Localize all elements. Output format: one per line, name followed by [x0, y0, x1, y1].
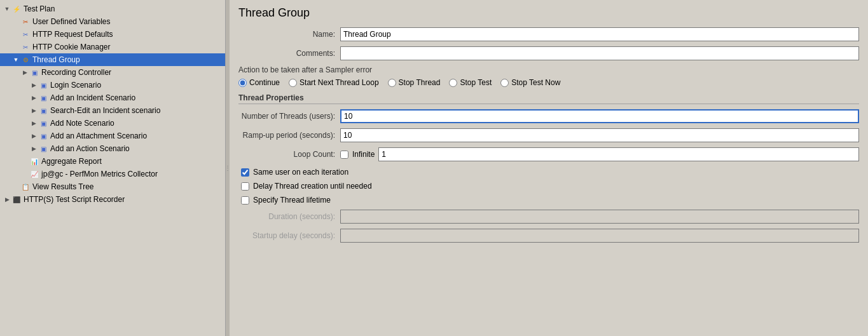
panel-title: Thread Group: [238, 6, 859, 20]
sidebar-item-cookie-mgr[interactable]: ✂ HTTP Cookie Manager: [0, 41, 225, 53]
searchedit-icon: ▣: [38, 105, 48, 116]
radio-continue-label[interactable]: Continue: [249, 78, 280, 87]
sidebar-item-test-script[interactable]: ▶ ⬛ HTTP(S) Test Script Recorder: [0, 193, 225, 206]
sidebar-item-user-vars[interactable]: ✂ User Defined Variables: [0, 15, 225, 28]
radio-stop-test-label[interactable]: Stop Test: [460, 78, 492, 87]
sidebar-item-label: Test Plan: [24, 4, 55, 13]
ramp-up-input[interactable]: [340, 128, 859, 142]
radio-group: Continue Start Next Thread Loop Stop Thr…: [238, 78, 859, 87]
num-threads-label: Number of Threads (users):: [238, 112, 340, 121]
sidebar-item-label: Search-Edit an Incident scenario: [50, 106, 160, 115]
sidebar-item-label: HTTP(S) Test Script Recorder: [24, 195, 125, 204]
addnote-icon: ▣: [38, 118, 48, 128]
reccontroller-icon: ▣: [29, 67, 39, 77]
sidebar-item-search-edit[interactable]: ▶ ▣ Search-Edit an Incident scenario: [0, 104, 225, 117]
radio-continue[interactable]: Continue: [238, 78, 280, 87]
threadgroup-icon: ⚙: [20, 55, 31, 65]
loop-count-input[interactable]: [378, 147, 859, 161]
addaction-icon: ▣: [38, 144, 48, 154]
specify-lifetime-checkbox[interactable]: [241, 196, 249, 205]
startup-delay-label: Startup delay (seconds):: [238, 231, 340, 240]
same-user-row: Same user on each iteration: [238, 168, 859, 177]
duration-input[interactable]: [340, 210, 859, 224]
delay-thread-row: Delay Thread creation until needed: [238, 182, 859, 191]
login-icon: ▣: [38, 80, 48, 90]
delay-thread-checkbox[interactable]: [241, 182, 249, 191]
httpdefaults-icon: ✂: [20, 29, 31, 39]
thread-props-label: Thread Properties: [238, 93, 859, 104]
num-threads-input[interactable]: [340, 109, 859, 123]
radio-stop-test-now-label[interactable]: Stop Test Now: [511, 78, 560, 87]
sidebar-item-rec-controller[interactable]: ▶ ▣ Recording Controller: [0, 66, 225, 79]
sidebar-item-thread-group[interactable]: ▼ ⚙ Thread Group: [0, 53, 225, 66]
aggreport-icon: 📊: [29, 156, 39, 166]
radio-start-next[interactable]: Start Next Thread Loop: [289, 78, 379, 87]
chevron-search-edit: ▶: [29, 107, 38, 114]
specify-lifetime-row: Specify Thread lifetime: [238, 196, 859, 205]
sidebar-item-label: Login Scenario: [50, 81, 101, 90]
sidebar: ▼ ⚡ Test Plan ✂ User Defined Variables ✂…: [0, 0, 226, 336]
main-panel: Thread Group Name: Comments: Action to b…: [230, 0, 868, 336]
thread-props-section: Thread Properties Number of Threads (use…: [238, 93, 859, 161]
sidebar-item-label: View Results Tree: [32, 182, 94, 191]
action-section: Action to be taken after a Sampler error…: [238, 65, 859, 87]
sidebar-item-http-defaults[interactable]: ✂ HTTP Request Defaults: [0, 28, 225, 41]
sidebar-item-test-plan[interactable]: ▼ ⚡ Test Plan: [0, 3, 225, 15]
chevron-add-action: ▶: [29, 145, 38, 152]
radio-stop-test-now[interactable]: Stop Test Now: [500, 78, 560, 87]
sidebar-item-label: Aggregate Report: [41, 157, 102, 166]
addattachment-icon: ▣: [38, 131, 48, 141]
name-row: Name:: [238, 27, 859, 41]
ramp-up-label: Ramp-up period (seconds):: [238, 131, 340, 140]
sidebar-item-login[interactable]: ▶ ▣ Login Scenario: [0, 79, 225, 91]
sidebar-item-add-attachment[interactable]: ▶ ▣ Add an Attachment Scenario: [0, 130, 225, 142]
infinite-group: Infinite: [340, 150, 375, 159]
sidebar-item-agg-report[interactable]: 📊 Aggregate Report: [0, 155, 225, 168]
loop-count-label: Loop Count:: [238, 150, 340, 159]
same-user-checkbox[interactable]: [241, 168, 249, 177]
uservars-icon: ✂: [20, 17, 31, 27]
viewresults-icon: 📋: [20, 182, 31, 192]
sidebar-item-label: Add Note Scenario: [50, 119, 114, 128]
sidebar-item-label: Add an Incident Scenario: [50, 93, 135, 102]
perfmon-icon: 📈: [29, 169, 39, 179]
sidebar-item-add-incident[interactable]: ▶ ▣ Add an Incident Scenario: [0, 91, 225, 104]
loop-count-row: Loop Count: Infinite: [238, 147, 859, 161]
sidebar-item-add-note[interactable]: ▶ ▣ Add Note Scenario: [0, 117, 225, 130]
sidebar-item-label: User Defined Variables: [32, 17, 111, 26]
radio-stop-test[interactable]: Stop Test: [449, 78, 492, 87]
action-label: Action to be taken after a Sampler error: [238, 65, 859, 74]
specify-lifetime-label[interactable]: Specify Thread lifetime: [253, 196, 331, 205]
name-input[interactable]: [340, 27, 859, 41]
startup-delay-input[interactable]: [340, 229, 859, 243]
sidebar-item-label: Add an Attachment Scenario: [50, 131, 147, 140]
chevron-thread-group: ▼: [11, 57, 20, 63]
testplan-icon: ⚡: [11, 4, 22, 14]
num-threads-row: Number of Threads (users):: [238, 109, 859, 123]
sidebar-item-jpgc[interactable]: 📈 jp@gc - PerfMon Metrics Collector: [0, 168, 225, 180]
comments-label: Comments:: [238, 49, 340, 58]
radio-stop-thread[interactable]: Stop Thread: [388, 78, 441, 87]
same-user-label[interactable]: Same user on each iteration: [253, 168, 348, 177]
chevron-add-note: ▶: [29, 120, 38, 126]
sidebar-item-view-results[interactable]: 📋 View Results Tree: [0, 180, 225, 193]
startup-delay-row: Startup delay (seconds):: [238, 229, 859, 243]
chevron-login: ▶: [29, 82, 38, 88]
chevron-test-plan: ▼: [3, 6, 11, 12]
sidebar-item-add-action[interactable]: ▶ ▣ Add an Action Scenario: [0, 142, 225, 155]
delay-thread-label[interactable]: Delay Thread creation until needed: [253, 182, 372, 191]
comments-row: Comments:: [238, 46, 859, 60]
radio-start-next-label[interactable]: Start Next Thread Loop: [300, 78, 379, 87]
infinite-label[interactable]: Infinite: [352, 150, 375, 159]
testscript-icon: ⬛: [11, 194, 22, 205]
chevron-add-attachment: ▶: [29, 133, 38, 139]
cookie-icon: ✂: [20, 42, 31, 52]
sidebar-item-label: HTTP Request Defaults: [32, 30, 113, 39]
chevron-test-script: ▶: [3, 196, 11, 203]
duration-label: Duration (seconds):: [238, 212, 340, 221]
comments-input[interactable]: [340, 46, 859, 60]
infinite-checkbox[interactable]: [340, 151, 348, 159]
addincident-icon: ▣: [38, 93, 48, 103]
radio-stop-thread-label[interactable]: Stop Thread: [399, 78, 441, 87]
chevron-rec-controller: ▶: [20, 69, 29, 76]
